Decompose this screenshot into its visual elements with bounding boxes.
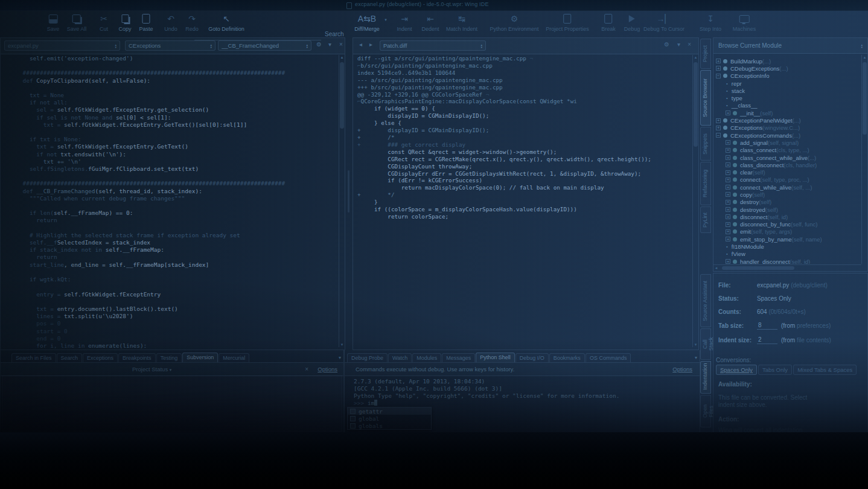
- tab-python-shell[interactable]: Python Shell: [476, 353, 515, 362]
- tab-messages[interactable]: Messages: [442, 353, 475, 362]
- tree-item-cdebugexceptions[interactable]: +CDebugExceptions(...): [716, 65, 861, 72]
- tree-item-class-connect[interactable]: +class_connect(cls, type, ...): [716, 147, 861, 154]
- toolbar-copy[interactable]: Copy: [118, 13, 131, 32]
- tree-item-fview[interactable]: •fView: [716, 251, 861, 258]
- scroll-up-icon[interactable]: ▴: [862, 55, 867, 60]
- tool-tab-call-stack[interactable]: Call Stack: [700, 328, 711, 360]
- tree-item-handler-disconnect[interactable]: +handler_disconnect(self, id): [716, 258, 861, 264]
- toolbar-break[interactable]: Break: [601, 13, 616, 32]
- tree-item-cexceptions[interactable]: +CExceptions(wingview.C...): [716, 124, 861, 132]
- toolbar-project-properties[interactable]: Project Properties: [546, 13, 589, 32]
- scroll-up-icon[interactable]: ▴: [339, 55, 345, 60]
- tree-item-destroyed[interactable]: +destroyed(self): [716, 206, 861, 213]
- tree-item-connect[interactable]: +connect(self, type, proc, ...): [716, 176, 861, 184]
- code-editor[interactable]: self.emit('exception-changed') #########…: [1, 55, 338, 348]
- expand-icon[interactable]: +: [726, 140, 730, 145]
- browser-header[interactable]: Browse Current Module ▴▾: [713, 38, 867, 54]
- tree-item-fi18nmodule[interactable]: •fI18NModule: [716, 243, 861, 250]
- collapse-icon[interactable]: −: [716, 133, 721, 138]
- tool-tab-snippets[interactable]: Snippets: [700, 127, 711, 161]
- chevron-down-icon[interactable]: ▾: [385, 18, 387, 22]
- expand-icon[interactable]: +: [716, 118, 721, 123]
- expand-icon[interactable]: +: [716, 59, 721, 63]
- scrollbar-thumb[interactable]: [340, 62, 344, 129]
- close-icon[interactable]: ×: [688, 41, 691, 48]
- toolbar-goto-definition[interactable]: ↖Goto Definition: [208, 13, 244, 32]
- close-icon[interactable]: ×: [339, 41, 343, 48]
- tool-tab-project[interactable]: Project: [700, 39, 711, 69]
- tree-item-clear[interactable]: +clear(self): [716, 168, 861, 176]
- toolbar-cut[interactable]: ✂Cut: [100, 13, 108, 32]
- tab-debug-i-o[interactable]: Debug I/O: [515, 353, 549, 362]
- tool-tab-indentation[interactable]: Indentation: [700, 361, 711, 394]
- tree-item-stack[interactable]: •stack: [716, 87, 861, 94]
- toolbar-step-into[interactable]: ↧Step Into: [700, 13, 721, 32]
- tree-item-copy[interactable]: +copy(self): [716, 191, 861, 198]
- tree-item-class[interactable]: •__class__: [716, 102, 861, 109]
- tree-item-type[interactable]: •type: [716, 94, 861, 101]
- tree-item-buildmarkup[interactable]: +BuildMarkup(...): [716, 57, 861, 65]
- toolbar-debug-to-cursor[interactable]: →▏Debug To Cursor: [643, 13, 685, 32]
- toolbar-machines[interactable]: Machines: [733, 13, 756, 32]
- toolbar-dedent[interactable]: ⇤Dedent: [421, 13, 439, 32]
- vcs-status-area[interactable]: [2, 376, 342, 432]
- tab-testing[interactable]: Testing: [156, 353, 182, 362]
- tab-search-in-files[interactable]: Search in Files: [11, 353, 56, 362]
- toolbar-python-environment[interactable]: ⚙Python Environment: [490, 13, 538, 32]
- splitter-handle[interactable]: [348, 170, 349, 213]
- toolbar-diff-merge[interactable]: A⇆BDiff/Merge▾: [354, 13, 379, 32]
- tool-tab-refactoring[interactable]: Refactoring: [700, 162, 711, 205]
- tree-item-disconnect-by-func[interactable]: +disconnect_by_func(self, func): [716, 221, 861, 228]
- conv-button-spaces-only[interactable]: Spaces Only: [716, 365, 757, 375]
- project-status-menu[interactable]: Project Status ▾: [132, 366, 171, 372]
- expand-icon[interactable]: +: [726, 162, 730, 167]
- expand-icon[interactable]: +: [726, 207, 730, 212]
- options-link[interactable]: Options: [318, 366, 337, 372]
- tree-item-emit-stop-by-name[interactable]: +emit_stop_by_name(self, name): [716, 235, 861, 243]
- tool-tab-source-assistant[interactable]: Source Assistant: [700, 274, 711, 327]
- expand-icon[interactable]: +: [726, 222, 730, 227]
- tree-item-connect-while-alive[interactable]: +connect_while_alive(self, ...): [716, 184, 861, 191]
- tree-horizontal-scrollbar[interactable]: ◂: [713, 264, 861, 271]
- expand-icon[interactable]: +: [726, 177, 730, 182]
- expand-icon[interactable]: +: [726, 170, 730, 175]
- tab-bookmarks[interactable]: Bookmarks: [549, 353, 585, 362]
- tab-size-input[interactable]: 8: [757, 322, 777, 330]
- tool-tab-pylint[interactable]: PyLint: [700, 206, 711, 233]
- search-label[interactable]: Search: [325, 31, 344, 37]
- expand-icon[interactable]: +: [726, 237, 730, 241]
- toolbar-indent[interactable]: ⇥Indent: [397, 13, 412, 32]
- scroll-down-icon[interactable]: ▾: [693, 342, 698, 347]
- file-dropdown[interactable]: excpanel.py ▴▾: [4, 40, 120, 51]
- tab-menu-icon[interactable]: ▾: [695, 355, 697, 362]
- scrollbar-thumb[interactable]: [694, 62, 698, 147]
- tab-watch[interactable]: Watch: [388, 353, 412, 362]
- tab-mercurial[interactable]: Mercurial: [219, 353, 249, 362]
- scrollbar-thumb[interactable]: [863, 62, 867, 135]
- expand-icon[interactable]: +: [726, 259, 730, 264]
- back-icon[interactable]: ◂: [359, 41, 362, 48]
- tree-vertical-scrollbar[interactable]: ▴: [861, 55, 867, 264]
- diff-viewer[interactable]: diff --git a/src/gui/painting/qpaintengi…: [353, 55, 692, 348]
- editor-vertical-scrollbar[interactable]: ▴ ▾: [339, 55, 345, 347]
- tab-os-commands[interactable]: OS Commands: [586, 353, 631, 362]
- expand-icon[interactable]: +: [726, 214, 730, 219]
- tool-tab-source-browser[interactable]: Source Browser: [700, 70, 711, 126]
- expand-icon[interactable]: +: [716, 66, 721, 71]
- member-dropdown[interactable]: __CB_FrameChanged ▴▾: [218, 40, 311, 51]
- chevron-down-icon[interactable]: ▾: [328, 41, 331, 48]
- tree-item-add-signal[interactable]: +add_signal(self, signal): [716, 139, 861, 146]
- toolbar-match-indent[interactable]: ↹Match Indent: [446, 13, 477, 32]
- expand-icon[interactable]: +: [726, 192, 730, 197]
- tree-item-repr[interactable]: •repr: [716, 80, 861, 87]
- expand-icon[interactable]: +: [716, 126, 721, 130]
- tree-item-class-connect-while-alive[interactable]: +class_connect_while_alive(...): [716, 154, 861, 161]
- toolbar-save-all[interactable]: Save All: [67, 13, 87, 32]
- conv-button-tabs-only[interactable]: Tabs Only: [758, 365, 792, 375]
- completion-globals[interactable]: globals: [348, 422, 431, 429]
- expand-icon[interactable]: +: [726, 229, 730, 234]
- tab-modules[interactable]: Modules: [412, 353, 441, 362]
- gear-icon[interactable]: ⚙: [316, 41, 322, 48]
- toolbar-paste[interactable]: Paste: [139, 13, 153, 32]
- tree-item-cexceptionpanelwidget[interactable]: +CExceptionPanelWidget(...): [716, 117, 861, 124]
